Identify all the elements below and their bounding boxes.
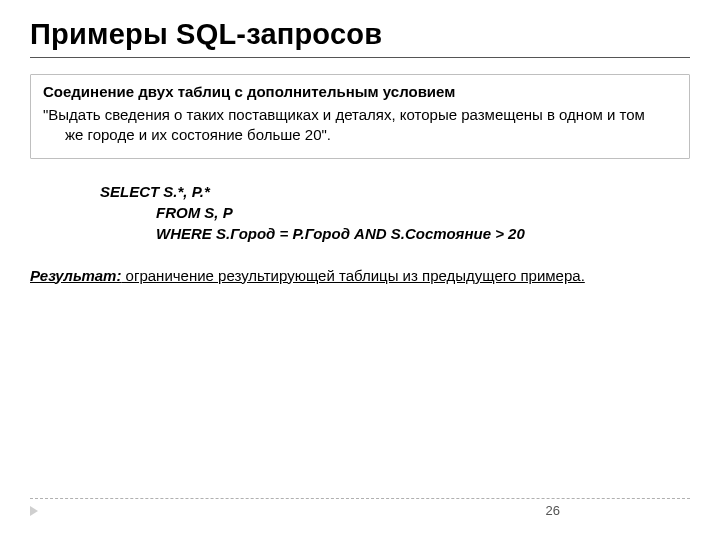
desc-line1: "Выдать сведения о таких поставщиках и д… xyxy=(43,106,645,123)
bullet-marker-icon xyxy=(30,506,38,516)
sql-code: SELECT S.*, P.* FROM S, P WHERE S.Город … xyxy=(100,181,690,244)
footer-divider xyxy=(30,498,690,499)
slide-title: Примеры SQL-запросов xyxy=(30,18,690,51)
code-line-1: SELECT S.*, P.* xyxy=(100,181,690,202)
desc-line2: же городе и их состояние больше 20". xyxy=(43,125,677,145)
slide-footer: 26 xyxy=(30,498,690,518)
result-line: Результат: ограничение результирующей та… xyxy=(30,266,690,286)
result-label: Результат: xyxy=(30,267,121,284)
example-box: Соединение двух таблиц с дополнительным … xyxy=(30,74,690,159)
example-legend: Соединение двух таблиц с дополнительным … xyxy=(43,83,459,100)
result-text: ограничение результирующей таблицы из пр… xyxy=(121,267,584,284)
code-line-3: WHERE S.Город = P.Город AND S.Состояние … xyxy=(100,223,690,244)
example-description: "Выдать сведения о таких поставщиках и д… xyxy=(43,105,677,146)
title-divider xyxy=(30,57,690,58)
code-line-2: FROM S, P xyxy=(100,202,690,223)
page-number: 26 xyxy=(546,503,560,518)
